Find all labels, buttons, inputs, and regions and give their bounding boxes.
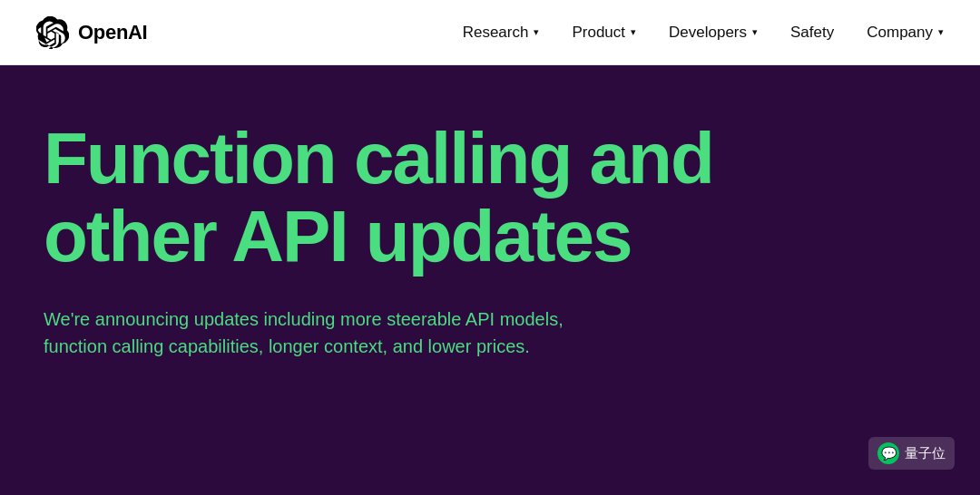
nav-safety[interactable]: Safety	[790, 24, 834, 42]
watermark-text: 量子位	[905, 445, 946, 462]
site-header: OpenAI Research ▾ Product ▾ Developers ▾…	[0, 0, 980, 65]
hero-subtitle: We're announcing updates including more …	[44, 306, 570, 360]
main-nav: Research ▾ Product ▾ Developers ▾ Safety…	[463, 24, 944, 42]
nav-research[interactable]: Research ▾	[463, 24, 540, 42]
nav-company[interactable]: Company ▾	[867, 24, 944, 42]
chevron-down-icon: ▾	[938, 26, 944, 38]
hero-section: Function calling and other API updates W…	[0, 65, 980, 495]
chevron-down-icon: ▾	[534, 26, 539, 38]
wechat-icon: 💬	[877, 442, 899, 464]
watermark: 💬 量子位	[868, 437, 955, 470]
chevron-down-icon: ▾	[752, 26, 758, 38]
nav-developers[interactable]: Developers ▾	[669, 24, 758, 42]
chevron-down-icon: ▾	[631, 26, 636, 38]
hero-title: Function calling and other API updates	[44, 120, 788, 277]
logo-area[interactable]: OpenAI	[36, 16, 147, 49]
nav-product[interactable]: Product ▾	[572, 24, 636, 42]
openai-logo-icon	[36, 16, 69, 49]
logo-text: OpenAI	[78, 21, 147, 44]
